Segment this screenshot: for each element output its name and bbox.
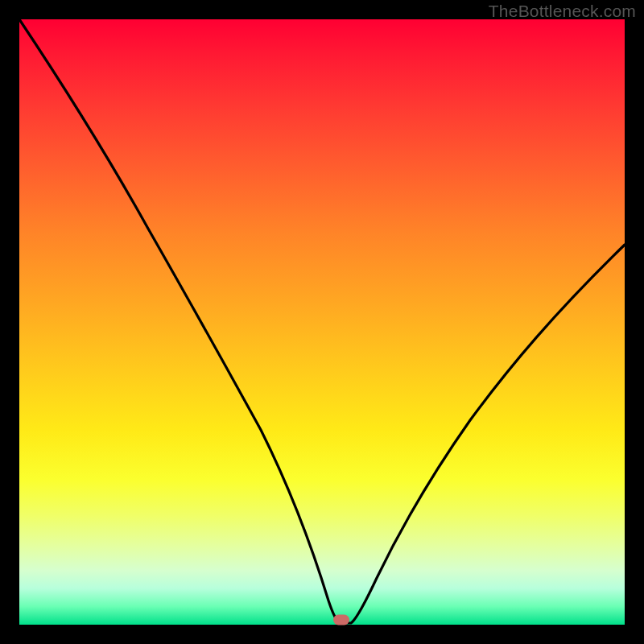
chart-frame: TheBottleneck.com <box>0 0 644 644</box>
plot-area <box>19 19 625 625</box>
watermark-text: TheBottleneck.com <box>489 2 636 21</box>
optimum-marker <box>333 614 349 625</box>
bottleneck-curve <box>19 19 625 625</box>
